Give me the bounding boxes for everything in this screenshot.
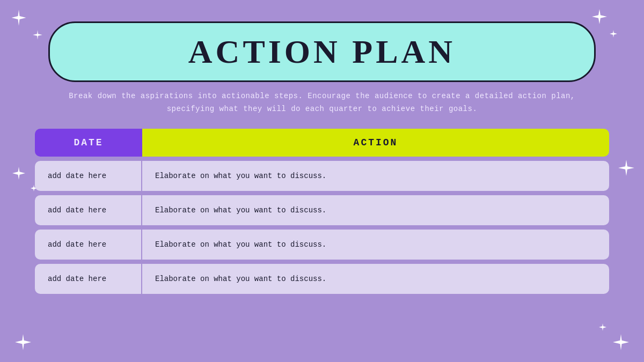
- date-cell: add date here: [35, 264, 142, 294]
- table-row: add date hereElaborate on what you want …: [35, 161, 609, 191]
- action-cell: Elaborate on what you want to discuss.: [142, 264, 609, 294]
- header-action-cell: ACTION: [142, 129, 609, 157]
- action-cell: Elaborate on what you want to discuss.: [142, 195, 609, 225]
- date-cell: add date here: [35, 195, 142, 225]
- table-header-row: DATE ACTION: [35, 129, 609, 157]
- action-plan-table: DATE ACTION add date hereElaborate on wh…: [35, 129, 609, 294]
- sparkle-bottom-right: [613, 334, 629, 350]
- sparkle-left-mid: [11, 165, 27, 181]
- sparkle-top-left: [11, 10, 27, 26]
- date-cell: add date here: [35, 230, 142, 260]
- date-cell: add date here: [35, 161, 142, 191]
- sparkle-top-left-small: [30, 27, 46, 43]
- table-row: add date hereElaborate on what you want …: [35, 264, 609, 294]
- table-row: add date hereElaborate on what you want …: [35, 195, 609, 225]
- sparkle-bottom-left: [15, 334, 31, 350]
- action-cell: Elaborate on what you want to discuss.: [142, 161, 609, 191]
- sparkle-bottom-right-small: [595, 319, 611, 335]
- sparkle-top-right: [591, 9, 608, 25]
- table-row: add date hereElaborate on what you want …: [35, 230, 609, 260]
- sparkle-top-right-small: [605, 26, 621, 42]
- sparkle-right-mid: [618, 160, 634, 176]
- background: ACTION PLAN Break down the aspirations i…: [0, 0, 644, 362]
- header-date-cell: DATE: [35, 129, 142, 157]
- action-cell: Elaborate on what you want to discuss.: [142, 230, 609, 260]
- page-title: ACTION PLAN: [188, 33, 456, 71]
- title-box: ACTION PLAN: [48, 21, 596, 82]
- subtitle-text: Break down the aspirations into actionab…: [48, 90, 596, 116]
